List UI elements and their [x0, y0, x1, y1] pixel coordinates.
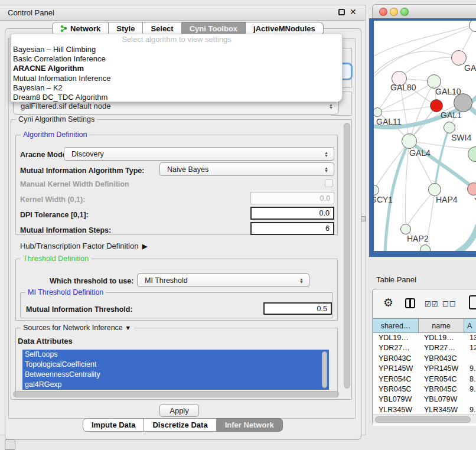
table-row[interactable]: YER054CYER054C8. — [373, 374, 476, 384]
combo-spinner-icon: ▲▼ — [329, 103, 333, 109]
apply-button-label: Apply — [169, 406, 189, 415]
table-row[interactable]: YDR27…YDR27…12 — [373, 343, 476, 353]
node-label: GCY1 — [374, 195, 393, 204]
combo-spinner-icon: ▲▼ — [324, 151, 328, 157]
graph-node-hap4[interactable] — [428, 183, 441, 196]
graph-node-y[interactable] — [467, 182, 476, 195]
network-window-titlebar[interactable] — [372, 4, 476, 19]
algorithm-option[interactable]: Mutual Information Inference — [11, 74, 342, 83]
data-attributes-list[interactable]: SelfLoopsTopologicalCoefficientBetweenne… — [22, 350, 329, 390]
graph-node-gal4[interactable] — [402, 133, 417, 149]
zoom-traffic-icon[interactable] — [400, 8, 409, 16]
table-cell: YER054C — [419, 374, 464, 384]
network-icon — [60, 25, 67, 32]
attribute-item[interactable]: TopologicalCoefficient — [22, 360, 329, 370]
column-header[interactable]: name — [419, 319, 464, 332]
table-row[interactable]: YLR345WYLR345W9. — [373, 405, 476, 415]
kernel-width-field[interactable]: 0.0 — [250, 192, 334, 204]
sources-legend[interactable]: Sources for Network Inference ▼ — [21, 324, 133, 332]
collapse-down-icon: ▼ — [125, 324, 131, 331]
attributes-list-scrollbar[interactable] — [322, 351, 327, 388]
attribute-item[interactable]: SelfLoops — [22, 350, 329, 360]
table-cell: YBR043C — [373, 354, 419, 364]
table-row[interactable]: YPR145WYPR145W9. — [373, 364, 476, 374]
network-focus-frame: GALGAL80GAL10GAL1GAL11SWI4GAL4GCY1HAP4YH… — [369, 18, 476, 257]
algorithm-dropdown-popup: Select algorithm to view settings Bayesi… — [11, 34, 343, 102]
sources-label: Sources for Network Inference — [23, 324, 123, 332]
table-cell — [464, 354, 476, 364]
table-cell: YBR045C — [373, 384, 419, 394]
tab-infer-network[interactable]: Infer Network — [217, 418, 283, 432]
which-threshold-combo[interactable]: MI Threshold ▲▼ — [137, 273, 309, 287]
tab-discretize-data[interactable]: Discretize Data — [144, 418, 216, 432]
tab-label: Network — [70, 24, 100, 33]
select-all-checkboxes-icon[interactable]: ☑☑ — [425, 300, 439, 308]
mi-threshold-field[interactable]: 0.5 — [263, 302, 332, 315]
function-builder-icon[interactable] — [469, 295, 476, 309]
columns-icon[interactable] — [405, 298, 415, 308]
column-header[interactable]: shared… — [373, 319, 419, 332]
float-window-icon[interactable] — [338, 9, 345, 15]
table-cell: YPR145W — [419, 364, 464, 374]
graph-node-swi4[interactable] — [444, 122, 455, 133]
settings-vertical-scrollbar[interactable] — [344, 123, 350, 389]
table-horizontal-scrollbar-thumb[interactable] — [375, 416, 471, 423]
table-row[interactable]: YDL19…YDL19…13 — [373, 333, 476, 343]
which-threshold-label: Which threshold to use: — [50, 277, 133, 285]
node-label: GAL11 — [376, 117, 402, 126]
table-cell: YER054C — [373, 374, 419, 384]
apply-button[interactable]: Apply — [159, 404, 199, 417]
aracne-mode-label: Aracne Mode: — [20, 151, 69, 159]
close-traffic-icon[interactable] — [379, 8, 387, 16]
clear-checkboxes-icon[interactable]: ☐☐ — [442, 300, 457, 308]
docked-panel-icon[interactable] — [5, 439, 15, 450]
graph-node-hap2[interactable] — [400, 224, 411, 234]
hub-definition-toggle[interactable]: Hub/Transcription Factor Definition▶ — [20, 242, 148, 250]
algorithm-option[interactable]: ARACNE Algorithm — [11, 64, 342, 73]
algorithm-option[interactable]: Bayesian – Hill Climbing — [11, 45, 342, 54]
attribute-item[interactable]: BetweennessCentrality — [22, 370, 329, 380]
dpi-tolerance-field[interactable]: 0.0 — [250, 207, 334, 220]
table-row[interactable]: YBL079WYBL079W — [373, 394, 476, 405]
network-canvas[interactable]: GALGAL80GAL10GAL1GAL11SWI4GAL4GCY1HAP4YH… — [374, 21, 476, 251]
expand-right-icon: ▶ — [142, 242, 147, 250]
algorithm-option[interactable]: Basic Correlation Inference — [11, 54, 342, 64]
threshold-definition-legend: Threshold Definition — [21, 255, 91, 263]
tab-impute-data[interactable]: Impute Data — [83, 418, 144, 432]
table-cell: YDR27… — [419, 343, 464, 353]
table-cell: YLR345W — [373, 405, 419, 415]
settings-gear-icon[interactable]: ⚙ — [383, 297, 393, 308]
table-row[interactable]: YBR045CYBR045C9. — [373, 384, 476, 394]
node-label: GAL — [464, 63, 476, 73]
table-row[interactable]: YBR043CYBR043C — [373, 354, 476, 364]
mi-algorithm-type-label: Mutual Information Algorithm Type: — [20, 167, 144, 175]
algorithm-option[interactable]: Dream8 DC_TDC Algorithm — [11, 93, 342, 102]
data-attributes-label: Data Attributes — [18, 337, 73, 345]
dpi-tolerance-value: 0.0 — [319, 209, 330, 217]
table-cell: YDR27… — [373, 343, 419, 353]
table-cell: 12 — [464, 343, 476, 353]
table-horizontal-scrollbar-track[interactable] — [373, 415, 476, 423]
aracne-mode-combo[interactable]: Discovery ▲▼ — [64, 147, 334, 161]
graph-node[interactable] — [420, 244, 431, 251]
node-label: SWI4 — [451, 133, 471, 142]
node-label: GAL1 — [441, 110, 462, 120]
mi-algorithm-type-combo[interactable]: Naive Bayes ▲▼ — [159, 162, 334, 176]
algorithm-dropdown-prompt: Select algorithm to view settings — [11, 34, 342, 45]
algorithm-option[interactable]: Bayesian – K2 — [11, 83, 342, 93]
column-header[interactable]: A — [464, 319, 476, 332]
algorithm-definition-legend: Algorithm Definition — [21, 131, 89, 139]
mi-steps-field[interactable]: 6 — [250, 222, 334, 235]
close-icon[interactable]: ✕ — [350, 7, 357, 17]
control-panel-titlebar[interactable]: Control Panel ✕ — [0, 5, 366, 21]
tab-label: Select — [151, 24, 173, 33]
hub-definition-label: Hub/Transcription Factor Definition — [20, 242, 138, 250]
manual-kernel-width-checkbox[interactable] — [325, 179, 333, 187]
attribute-item[interactable]: gal4RGexp — [22, 380, 329, 390]
minimize-traffic-icon[interactable] — [390, 8, 398, 16]
graph-node-gal1[interactable] — [454, 93, 472, 112]
table-cell: 8. — [464, 374, 476, 384]
table-header-row: shared…nameA — [373, 318, 476, 333]
table-panel-toolbar: ⚙ ☑☑ ☐☐ — [373, 289, 476, 318]
panel-splitter-grip[interactable] — [361, 216, 366, 221]
